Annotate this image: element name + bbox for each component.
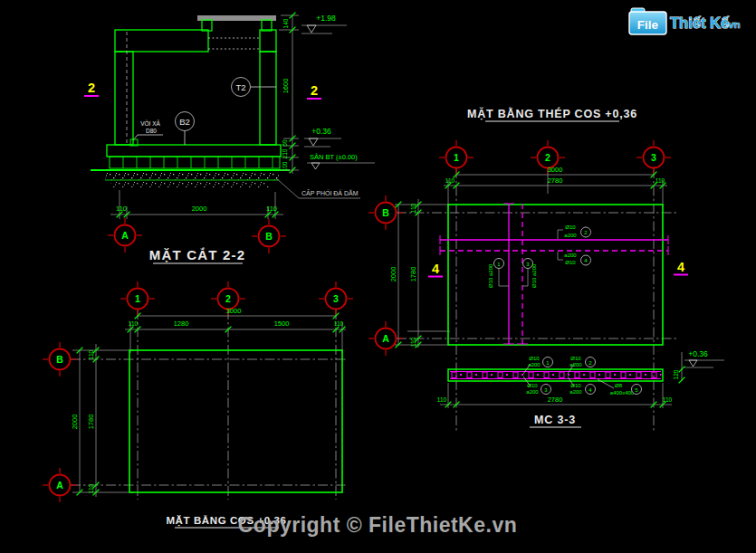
cut-mark-label: 4 xyxy=(677,260,684,274)
rebar-spec: Ø10 xyxy=(570,356,581,361)
elevation-value: +1.98 xyxy=(316,14,336,23)
rebar-plan-left-dims: 2000 110 1780 110 xyxy=(389,199,450,348)
mc33-elevation: +0.36 120 xyxy=(673,349,724,383)
rebar-spec: Ø10 a200 xyxy=(488,263,493,288)
rebar-spacing: a200 xyxy=(564,233,577,238)
dim-label: 110 xyxy=(445,177,455,184)
callout-t2-label: T2 xyxy=(235,82,245,92)
cut-mark-4-left: 4 xyxy=(428,262,443,278)
rebar-plan-title: MẶT BẰNG THÉP COS +0,36 xyxy=(467,107,637,120)
rebar-spacing: a200 xyxy=(526,389,539,395)
cad-canvas: T2 B2 VÒI XẢ D80 2 2 +1.98 xyxy=(0,0,756,553)
grid-bubble-label: A xyxy=(56,480,63,491)
subbase-label: CẤP PHỐI ĐÁ DĂM xyxy=(276,178,360,198)
grid-bubble-label: 2 xyxy=(225,293,231,304)
slab-outline xyxy=(448,205,663,345)
grid-bubble-1: 1 xyxy=(439,140,474,175)
dim-label: 1780 xyxy=(87,415,95,430)
elevation-value: +0.36 xyxy=(688,349,708,358)
grid-bubble-label: B xyxy=(56,354,63,365)
rebar-spec: Ø8 xyxy=(615,383,623,388)
rebar-spacing: a200 xyxy=(569,362,582,367)
section-2-2-title: MẶT CẮT 2-2 xyxy=(149,247,246,262)
logo-brand-text: Thiết Kế xyxy=(670,14,730,31)
drain-label-line2: D80 xyxy=(146,128,157,134)
cut-mark-label: 2 xyxy=(311,83,318,98)
logo-tld-text: .vn xyxy=(725,19,741,30)
rebar-callout-3: 3 Ø10 a200 xyxy=(522,259,537,289)
callout-b2: B2 xyxy=(176,112,195,146)
grid-bubble-label: B xyxy=(265,231,273,242)
elevation-mid: +0.36 xyxy=(304,127,341,147)
dim-label: 110 xyxy=(88,349,94,359)
rebar-spec: Ø10 xyxy=(527,383,538,388)
dim-label: 110 xyxy=(410,203,416,213)
grid-bubble-label: B xyxy=(382,207,389,218)
drain-label-line1: VÒI XẢ xyxy=(140,119,160,127)
mc33-callout-4: Ø10 a200 4 xyxy=(569,383,595,395)
grid-bubble-3: 3 xyxy=(319,281,353,316)
cut-mark-label: 4 xyxy=(432,262,439,276)
dim-label: 100 xyxy=(282,161,288,171)
callout-b2-label: B2 xyxy=(179,117,190,127)
dim-label: 110 xyxy=(129,320,139,327)
cut-mark-4-right: 4 xyxy=(674,260,688,276)
top-slab-right xyxy=(260,30,276,52)
rebar-spacing: a200 xyxy=(528,362,541,367)
dim-label: 110 xyxy=(410,337,416,347)
cut-mark-2-left: 2 xyxy=(84,81,99,97)
cad-drawing: T2 B2 VÒI XẢ D80 2 2 +1.98 xyxy=(0,0,756,553)
rebar-spacing: a200 xyxy=(569,389,582,395)
rebar-callout-2: Ø10 a200 2 xyxy=(558,224,591,239)
grid-bubble-label: A xyxy=(382,333,389,344)
left-wall xyxy=(115,52,133,145)
rebar-spec: Ø10 xyxy=(570,383,581,388)
brick-course xyxy=(110,157,280,168)
dim-label: 210 xyxy=(282,148,288,158)
dim-label: 120 xyxy=(673,369,679,379)
mc33-callout-1: Ø10 a200 1 xyxy=(528,356,552,367)
rebar-spec: Ø10 a200 xyxy=(531,263,537,288)
rebar-spacing: a200 xyxy=(564,253,577,258)
section-height-dims: 140 1600 50 210 100 xyxy=(279,13,299,174)
rebar-callout-4: a200 Ø10 4 xyxy=(558,252,591,265)
grid-bubble-label: 2 xyxy=(545,152,550,163)
grid-bubble-b: B xyxy=(368,195,403,230)
dim-label: 1780 xyxy=(409,267,417,282)
dim-label: 2000 xyxy=(192,205,207,213)
watermark-text: Copyright © FileThietKe.vn xyxy=(238,513,518,537)
grid-bubble-b: B xyxy=(252,219,286,253)
drain-label: VÒI XẢ D80 xyxy=(130,119,163,146)
mc-3-3-view: Ø10 a200 1 Ø10 a200 2 Ø10 a200 3 Ø10 a20… xyxy=(437,349,724,427)
plan-top-dims: 3000 110 1280 1500 110 xyxy=(125,307,346,353)
rebar-spacing: a400x400 xyxy=(610,390,635,396)
grid-bubble-b: B xyxy=(43,342,77,377)
cut-mark-label: 2 xyxy=(88,81,95,95)
grid-bubble-a: A xyxy=(368,321,403,356)
dim-label: 50 xyxy=(282,139,288,147)
rebar-plan-top-dims: 3000 110 2780 110 xyxy=(444,166,667,206)
right-wall xyxy=(260,52,276,145)
cut-mark-2-right: 2 xyxy=(307,83,321,100)
grid-bubble-1: 1 xyxy=(120,281,155,316)
rebar-callout-1: 1 Ø10 a200 xyxy=(488,259,509,289)
top-slab-left xyxy=(115,30,208,52)
dim-label: 2780 xyxy=(548,176,563,185)
grid-bubble-label: 1 xyxy=(454,152,459,163)
dim-label: 110 xyxy=(266,205,277,213)
subbase-text: CẤP PHỐI ĐÁ DĂM xyxy=(301,188,359,196)
grid-bubble-label: 1 xyxy=(135,293,140,304)
callout-t2: T2 xyxy=(232,78,277,97)
grid-bubble-a: A xyxy=(108,218,142,253)
dim-label: 110 xyxy=(656,177,665,184)
mc33-callout-2: Ø10 a200 2 xyxy=(569,356,595,367)
base-slab xyxy=(107,145,281,157)
section-2-2-view: T2 B2 VÒI XẢ D80 2 2 +1.98 xyxy=(84,13,375,263)
plan-view: 1 2 3 B A 3000 110 1280 xyxy=(43,281,353,528)
dim-label: 110 xyxy=(663,396,673,403)
mc33-callout-5: Ø8 a400x400 5 xyxy=(610,383,642,396)
rebar-spec: Ø10 xyxy=(565,260,576,265)
dim-label: 2000 xyxy=(389,267,397,282)
dim-label: 3000 xyxy=(548,166,563,174)
dim-label: 110 xyxy=(437,396,447,403)
